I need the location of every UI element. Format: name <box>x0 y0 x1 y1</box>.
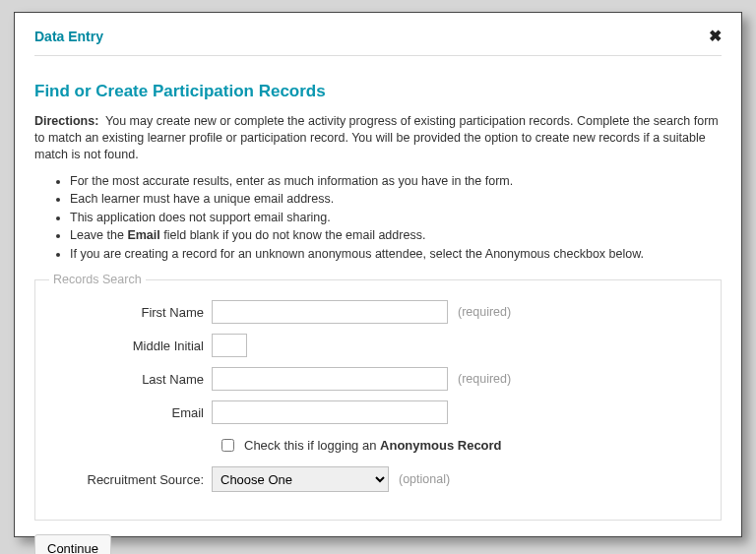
bullet-item: For the most accurate results, enter as … <box>70 173 722 191</box>
anonymous-label-prefix: Check this if logging an <box>244 438 376 453</box>
bullet-item: Each learner must have a unique email ad… <box>70 191 722 209</box>
bullet-item: Leave the Email field blank if you do no… <box>70 227 722 245</box>
email-label: Email <box>49 405 212 420</box>
data-entry-modal: Data Entry ✖ Find or Create Participatio… <box>14 12 742 537</box>
middle-initial-input[interactable] <box>212 334 247 357</box>
row-anonymous: Check this if logging an Anonymous Recor… <box>221 438 707 453</box>
recruitment-select[interactable]: Choose One <box>212 466 389 492</box>
directions-block: Directions: You may create new or comple… <box>34 113 722 163</box>
last-name-label: Last Name <box>49 372 212 387</box>
bullet-item: If you are creating a record for an unkn… <box>70 246 722 264</box>
email-input[interactable] <box>212 400 448 424</box>
fieldset-legend: Records Search <box>49 273 146 286</box>
first-name-input[interactable] <box>212 300 448 324</box>
recruitment-label: Recruitment Source: <box>49 472 212 487</box>
continue-button[interactable]: Continue <box>34 534 111 554</box>
middle-initial-label: Middle Initial <box>49 339 212 353</box>
directions-label: Directions: <box>34 114 98 128</box>
row-last-name: Last Name (required) <box>49 367 707 391</box>
first-name-label: First Name <box>49 305 212 320</box>
row-first-name: First Name (required) <box>49 300 707 324</box>
close-icon[interactable]: ✖ <box>709 27 722 45</box>
modal-title: Data Entry <box>34 29 103 44</box>
records-search-fieldset: Records Search First Name (required) Mid… <box>34 273 722 521</box>
first-name-hint: (required) <box>458 305 511 319</box>
recruitment-hint: (optional) <box>399 472 450 486</box>
anonymous-label-bold: Anonymous Record <box>380 438 502 453</box>
row-middle-initial: Middle Initial <box>49 334 707 357</box>
modal-header: Data Entry ✖ <box>34 27 722 56</box>
anonymous-checkbox[interactable] <box>221 439 234 452</box>
row-email: Email <box>49 400 707 424</box>
row-recruitment: Recruitment Source: Choose One (optional… <box>49 466 707 492</box>
instruction-bullets: For the most accurate results, enter as … <box>70 173 722 264</box>
last-name-input[interactable] <box>212 367 448 391</box>
last-name-hint: (required) <box>458 372 511 386</box>
directions-text: You may create new or complete the activ… <box>34 114 719 161</box>
page-heading: Find or Create Participation Records <box>34 82 722 101</box>
bullet-item: This application does not support email … <box>70 210 722 227</box>
